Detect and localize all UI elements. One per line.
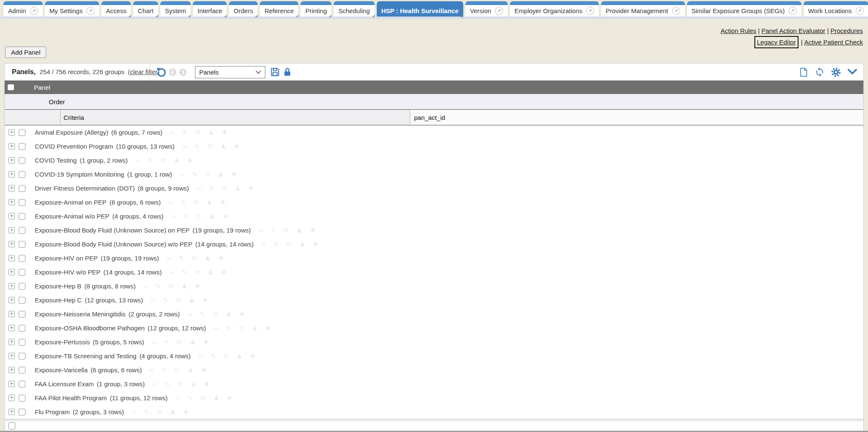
- row-checkbox[interactable]: [19, 297, 25, 304]
- row-checkbox[interactable]: [19, 339, 25, 346]
- row-checkbox[interactable]: [19, 409, 25, 415]
- row-checkbox[interactable]: [19, 213, 25, 220]
- table-row[interactable]: + Exposure-Blood Body Fluid (Unknown Sou…: [5, 237, 863, 251]
- add-panel-button[interactable]: Add Panel: [5, 47, 46, 58]
- row-checkbox[interactable]: [19, 381, 25, 388]
- table-row[interactable]: + COVID-19 Symptom Monitoring (1 group, …: [5, 167, 863, 181]
- expand-plus-icon[interactable]: +: [8, 381, 15, 387]
- table-row[interactable]: + Exposure-Neisseria Meningitidis (2 gro…: [5, 307, 863, 321]
- external-link-icon[interactable]: ↗: [586, 7, 594, 15]
- expand-plus-icon[interactable]: +: [8, 157, 15, 163]
- table-row[interactable]: + Exposure-Pertussis (5 groups, 5 rows) …: [5, 335, 863, 349]
- tab-work-locations[interactable]: Work Locations ↗: [804, 1, 868, 17]
- expand-plus-icon[interactable]: +: [8, 227, 15, 233]
- table-row[interactable]: + Driver Fitness Determination (DOT) (8 …: [5, 181, 863, 195]
- row-checkbox[interactable]: [19, 367, 25, 374]
- expand-plus-icon[interactable]: +: [8, 269, 15, 275]
- table-row[interactable]: + Exposure-Animal w/o PEP (4 groups, 4 r…: [5, 209, 863, 223]
- expand-plus-icon[interactable]: +: [8, 325, 15, 331]
- table-row[interactable]: + Exposure-TB Screening and Testing (4 g…: [5, 349, 863, 363]
- new-record-icon[interactable]: [799, 67, 808, 78]
- lock-icon[interactable]: [283, 67, 292, 77]
- expand-plus-icon[interactable]: +: [8, 255, 15, 261]
- table-row[interactable]: + Exposure-Hep C (12 groups, 13 rows) ∞ …: [5, 293, 863, 307]
- refresh-icon[interactable]: [815, 67, 825, 77]
- table-row[interactable]: + Exposure-Blood Body Fluid (Unknown Sou…: [5, 223, 863, 237]
- external-link-icon[interactable]: ↗: [672, 7, 680, 15]
- tab-reference[interactable]: Reference: [260, 1, 298, 17]
- table-row[interactable]: + FAA Pilot Health Program (11 groups, 1…: [5, 391, 863, 405]
- link-legacy-editor[interactable]: Legacy Editor: [757, 39, 796, 46]
- tab-access[interactable]: Access: [101, 1, 131, 17]
- expand-plus-icon[interactable]: +: [8, 395, 15, 401]
- tab-interface[interactable]: Interface: [193, 1, 227, 17]
- external-link-icon[interactable]: ↗: [856, 7, 864, 15]
- table-row[interactable]: + FAA Licensure Exam (1 group, 3 rows) ∞…: [5, 377, 863, 391]
- expand-plus-icon[interactable]: +: [8, 311, 15, 317]
- row-checkbox[interactable]: [19, 143, 25, 150]
- row-checkbox[interactable]: [19, 283, 25, 290]
- pan-act-id-column-header[interactable]: pan_act_id: [410, 110, 863, 125]
- settings-gear-icon[interactable]: [831, 67, 841, 77]
- row-checkbox[interactable]: [19, 185, 25, 192]
- collapse-chevron-icon[interactable]: [847, 68, 857, 76]
- save-icon[interactable]: [270, 67, 280, 77]
- undo-icon[interactable]: [156, 67, 167, 78]
- expand-plus-icon[interactable]: +: [8, 185, 15, 191]
- next-record-icon[interactable]: [179, 68, 187, 76]
- tab-version[interactable]: Version ↗: [465, 1, 508, 17]
- table-row[interactable]: + Animal Exposure (Allergy) (6 groups, 7…: [5, 125, 863, 139]
- table-row[interactable]: + Exposure-HIV w/o PEP (14 groups, 14 ro…: [5, 265, 863, 279]
- link-action-rules[interactable]: Action Rules: [721, 27, 756, 34]
- expand-plus-icon[interactable]: +: [8, 213, 15, 219]
- external-link-icon[interactable]: ↗: [86, 7, 95, 15]
- row-checkbox[interactable]: [19, 157, 25, 164]
- table-row[interactable]: + Exposure-Animal on PEP (6 groups, 6 ro…: [5, 195, 863, 209]
- table-row[interactable]: + Exposure-Varicella (6 groups, 6 rows) …: [5, 363, 863, 377]
- previous-record-icon[interactable]: [169, 68, 177, 76]
- expand-plus-icon[interactable]: +: [8, 297, 15, 303]
- tab-my-settings[interactable]: My Settings ↗: [45, 1, 99, 17]
- row-checkbox[interactable]: [19, 325, 25, 332]
- row-checkbox[interactable]: [19, 129, 25, 136]
- expand-plus-icon[interactable]: +: [8, 241, 15, 247]
- criteria-column-header[interactable]: Criteria: [61, 110, 410, 125]
- link-active-patient-check[interactable]: Active Patient Check: [804, 39, 863, 46]
- table-row[interactable]: + Flu Program (2 groups, 3 rows) ∞ ✎ ⟳ ♟…: [5, 405, 863, 419]
- row-checkbox[interactable]: [19, 269, 25, 276]
- table-row[interactable]: + Exposure-Hep B (8 groups, 8 rows) ∞ ✎ …: [5, 279, 863, 293]
- row-checkbox[interactable]: [19, 241, 25, 248]
- tab-provider-management[interactable]: Provider Management ↗: [601, 1, 685, 17]
- expand-plus-icon[interactable]: +: [8, 339, 15, 345]
- expand-plus-icon[interactable]: +: [8, 199, 15, 205]
- tab-orders[interactable]: Orders: [229, 1, 258, 17]
- tab-similar-exposure-groups-segs[interactable]: Similar Exposure Groups (SEGs) ↗: [687, 1, 801, 17]
- clear-filter-link[interactable]: (clear filter): [128, 68, 160, 75]
- row-checkbox[interactable]: [19, 395, 25, 402]
- row-checkbox[interactable]: [19, 227, 25, 234]
- tab-hsp-health-surveillance[interactable]: HSP : Health Surveillance: [377, 1, 463, 17]
- row-checkbox[interactable]: [19, 353, 25, 360]
- row-checkbox[interactable]: [19, 311, 25, 318]
- table-row[interactable]: + COVID Testing (1 group, 2 rows) ∞ ✎ ⟳ …: [5, 153, 863, 167]
- link-panel-action-evaluator[interactable]: Panel Action Evaluator: [761, 27, 825, 34]
- footer-checkbox[interactable]: [8, 422, 15, 429]
- row-checkbox[interactable]: [19, 171, 25, 178]
- table-row[interactable]: + COVID Prevention Program (10 groups, 1…: [5, 139, 863, 153]
- row-checkbox[interactable]: [19, 199, 25, 206]
- tab-employer-organizations[interactable]: Employer Organizations ↗: [510, 1, 599, 17]
- external-link-icon[interactable]: ↗: [789, 7, 797, 15]
- expand-plus-icon[interactable]: +: [8, 171, 15, 177]
- expand-plus-icon[interactable]: +: [8, 283, 15, 289]
- expand-plus-icon[interactable]: +: [8, 143, 15, 150]
- external-link-icon[interactable]: ↗: [30, 7, 38, 15]
- row-checkbox[interactable]: [19, 255, 25, 262]
- view-select[interactable]: Panels: [195, 66, 265, 78]
- tab-chart[interactable]: Chart: [133, 1, 158, 17]
- table-row[interactable]: + Exposure-OSHA Bloodborne Pathogen (12 …: [5, 321, 863, 335]
- expand-plus-icon[interactable]: +: [8, 129, 15, 136]
- tab-printing[interactable]: Printing: [300, 1, 331, 17]
- expand-plus-icon[interactable]: +: [8, 409, 15, 415]
- expand-plus-icon[interactable]: +: [8, 353, 15, 359]
- expand-plus-icon[interactable]: +: [8, 367, 15, 373]
